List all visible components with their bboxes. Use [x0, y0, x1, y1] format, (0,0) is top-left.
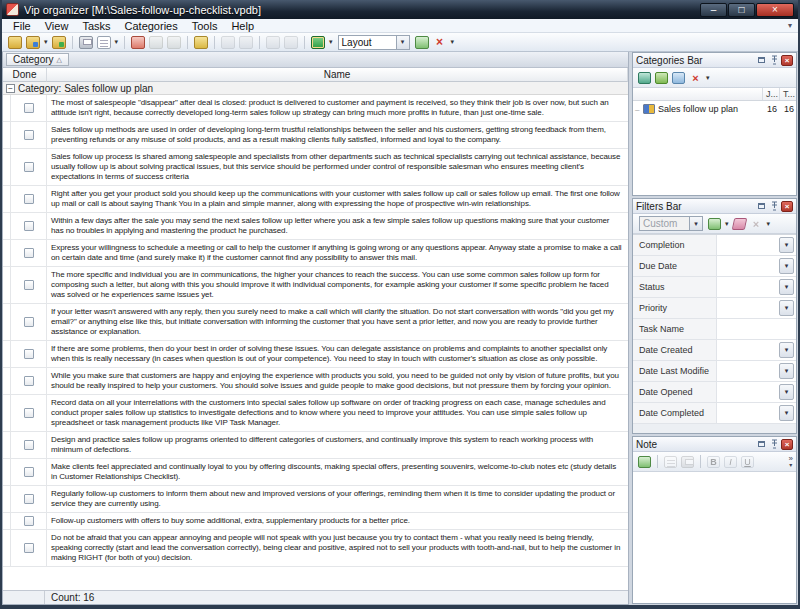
edit-category-icon[interactable] [672, 72, 685, 84]
new-category-icon[interactable] [638, 72, 651, 84]
task-done-checkbox[interactable] [24, 221, 34, 231]
filter-value-input[interactable] [717, 235, 777, 255]
new-subcategory-icon[interactable] [655, 72, 668, 84]
task-row[interactable]: Sales follow up process is shared among … [3, 149, 628, 186]
task-row[interactable]: Design and practice sales follow up prog… [3, 432, 628, 459]
print-caret-icon[interactable]: ▾ [115, 38, 119, 46]
task-row[interactable]: Regularly follow-up customers to inform … [3, 486, 628, 513]
menu-item[interactable]: Help [224, 20, 261, 32]
layout-caret-icon[interactable]: ▾ [451, 38, 455, 46]
new-task-icon[interactable] [131, 36, 145, 49]
menu-item[interactable]: Categories [118, 20, 185, 32]
pin-panel-icon[interactable] [768, 439, 780, 450]
customize-layout-icon[interactable] [415, 36, 429, 49]
task-row[interactable]: Within a few days after the sale you may… [3, 213, 628, 240]
column-header-name[interactable]: Name [47, 68, 628, 82]
task-row[interactable]: If your letter wasn't answered with any … [3, 304, 628, 341]
task-row[interactable]: The most of salespeople "disappear" afte… [3, 95, 628, 122]
categories-column-2[interactable]: T... [779, 88, 796, 100]
task-done-checkbox[interactable] [24, 317, 34, 327]
filter-value-input[interactable] [717, 382, 777, 402]
delete-category-icon[interactable]: × [689, 72, 702, 84]
filter-value-input[interactable] [717, 403, 777, 423]
task-row[interactable]: The more specific and individual you are… [3, 267, 628, 304]
close-panel-icon[interactable]: × [781, 439, 793, 450]
task-done-checkbox[interactable] [24, 162, 34, 172]
task-row[interactable]: Record data on all your interrelations w… [3, 395, 628, 432]
new-database-icon[interactable] [8, 36, 22, 49]
open-database-caret-icon[interactable]: ▾ [44, 38, 48, 46]
task-done-checkbox[interactable] [24, 516, 34, 526]
float-panel-icon[interactable] [755, 55, 767, 66]
float-panel-icon[interactable] [755, 201, 767, 212]
filter-dropdown-button[interactable]: ▾ [779, 300, 794, 316]
task-done-checkbox[interactable] [24, 440, 34, 450]
categories-column-1[interactable]: J... [762, 88, 779, 100]
collapse-group-icon[interactable]: − [6, 84, 15, 93]
task-row[interactable]: Right after you get your product sold yo… [3, 186, 628, 213]
task-done-checkbox[interactable] [24, 248, 34, 258]
filter-dropdown-button[interactable]: ▾ [779, 237, 794, 253]
menu-item[interactable]: View [38, 20, 76, 32]
close-button[interactable]: × [756, 3, 794, 17]
group-by-category-button[interactable]: Category △ [6, 53, 69, 66]
print-icon[interactable] [79, 36, 93, 49]
edit-note-icon[interactable] [638, 456, 651, 468]
filter-dropdown-button[interactable]: ▾ [779, 342, 794, 358]
task-row[interactable]: Sales follow up methods are used in orde… [3, 122, 628, 149]
print-preview-icon[interactable] [97, 36, 111, 49]
open-database-icon[interactable] [26, 36, 40, 49]
apply-filter-caret-icon[interactable]: ▾ [725, 220, 729, 228]
task-done-checkbox[interactable] [24, 376, 34, 386]
task-row[interactable]: While you make sure that customers are h… [3, 368, 628, 395]
menu-item[interactable]: Tasks [75, 20, 117, 32]
categories-toolbar-caret-icon[interactable]: ▾ [706, 74, 710, 82]
task-done-checkbox[interactable] [24, 130, 34, 140]
layout-combobox-dropdown-icon[interactable]: ▾ [396, 36, 409, 49]
workflow-flag-icon[interactable] [311, 36, 325, 49]
task-row[interactable]: If there are some problems, then do your… [3, 341, 628, 368]
category-row[interactable]: – Sales follow up plan 16 16 [633, 101, 796, 117]
filter-value-input[interactable] [717, 298, 777, 318]
filter-value-input[interactable] [717, 340, 777, 360]
workflow-caret-icon[interactable]: ▾ [329, 38, 333, 46]
menu-item[interactable]: Tools [185, 20, 225, 32]
task-done-checkbox[interactable] [24, 543, 34, 553]
delete-layout-icon[interactable]: × [433, 36, 447, 49]
task-done-checkbox[interactable] [24, 408, 34, 418]
search-icon[interactable] [194, 36, 208, 49]
column-header-done[interactable]: Done [3, 68, 47, 82]
close-panel-icon[interactable]: × [781, 201, 793, 212]
task-done-checkbox[interactable] [24, 194, 34, 204]
filter-dropdown-button[interactable]: ▾ [779, 384, 794, 400]
task-row[interactable]: Express your willingness to schedule a m… [3, 240, 628, 267]
apply-filter-icon[interactable] [708, 218, 721, 230]
backup-database-icon[interactable] [52, 36, 66, 49]
filter-dropdown-button[interactable]: ▾ [779, 279, 794, 295]
filter-dropdown-button[interactable]: ▾ [779, 258, 794, 274]
pin-panel-icon[interactable] [768, 201, 780, 212]
clear-filter-icon[interactable] [731, 218, 747, 230]
task-done-checkbox[interactable] [24, 103, 34, 113]
task-done-checkbox[interactable] [24, 494, 34, 504]
task-done-checkbox[interactable] [24, 349, 34, 359]
note-toolbar-overflow-icon[interactable]: » [789, 455, 793, 462]
task-done-checkbox[interactable] [24, 280, 34, 290]
filter-value-input[interactable] [717, 361, 777, 381]
note-toolbar-caret-icon[interactable]: ▾ [789, 462, 792, 469]
layout-combobox[interactable]: Layout ▾ [338, 35, 410, 50]
pin-panel-icon[interactable] [768, 55, 780, 66]
filter-value-input[interactable] [717, 277, 777, 297]
category-group-row[interactable]: − Category: Sales follow up plan [3, 82, 628, 95]
filters-toolbar-caret-icon[interactable]: ▾ [767, 220, 771, 228]
menu-overflow-caret[interactable]: ▾ [788, 21, 794, 30]
filter-dropdown-button[interactable]: ▾ [779, 363, 794, 379]
filter-value-input[interactable] [717, 319, 796, 339]
task-done-checkbox[interactable] [24, 467, 34, 477]
maximize-button[interactable]: □ [728, 3, 755, 17]
task-row[interactable]: Do not be afraid that you can appear ann… [3, 530, 628, 567]
menu-item[interactable]: File [6, 20, 38, 32]
filter-dropdown-button[interactable]: ▾ [779, 405, 794, 421]
minimize-button[interactable]: – [700, 3, 727, 17]
note-content[interactable] [633, 472, 796, 603]
